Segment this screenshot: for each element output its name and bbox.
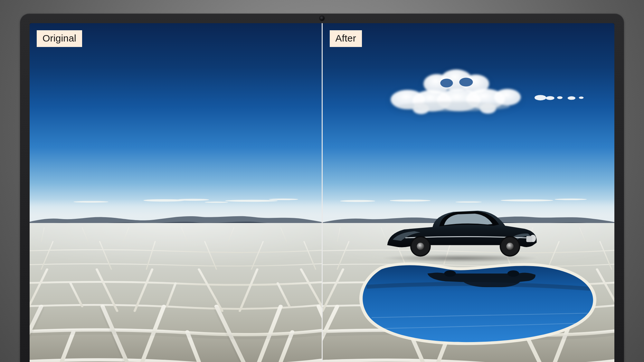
svg-point-3 (269, 199, 298, 200)
vintage-car (375, 200, 545, 261)
compare-divider (322, 23, 323, 362)
cloud-shaped-like-car (381, 57, 527, 118)
svg-point-17 (417, 243, 424, 250)
svg-point-6 (340, 200, 375, 202)
svg-point-20 (506, 243, 514, 250)
label-after: After (330, 30, 362, 47)
svg-point-31 (398, 102, 510, 111)
page-backdrop: Original (0, 0, 644, 362)
monitor-bezel: Original (20, 14, 624, 362)
monitor-camera-dot (320, 16, 324, 21)
svg-point-32 (440, 79, 453, 88)
svg-point-4 (73, 201, 109, 203)
svg-point-34 (535, 95, 546, 100)
comparison-screen: Original (30, 23, 614, 362)
label-original: Original (37, 30, 82, 47)
water-pool (352, 260, 603, 348)
svg-point-1 (177, 199, 209, 201)
svg-point-35 (546, 96, 554, 100)
svg-point-25 (494, 89, 521, 106)
cloud-trail (533, 88, 591, 108)
scene-after (323, 23, 615, 362)
panel-original: Original (30, 23, 322, 362)
salt-crack-pattern (30, 223, 322, 362)
svg-point-2 (225, 200, 278, 202)
svg-point-11 (444, 270, 456, 277)
svg-point-5 (205, 202, 228, 203)
svg-point-33 (459, 78, 473, 87)
svg-point-37 (568, 96, 575, 100)
svg-point-9 (554, 199, 587, 200)
svg-point-38 (579, 97, 584, 99)
panel-after: After (323, 23, 615, 362)
svg-rect-14 (526, 236, 532, 242)
horizon-clouds (30, 189, 322, 209)
svg-point-12 (507, 270, 519, 277)
svg-point-36 (557, 96, 563, 99)
scene-original (30, 23, 322, 362)
